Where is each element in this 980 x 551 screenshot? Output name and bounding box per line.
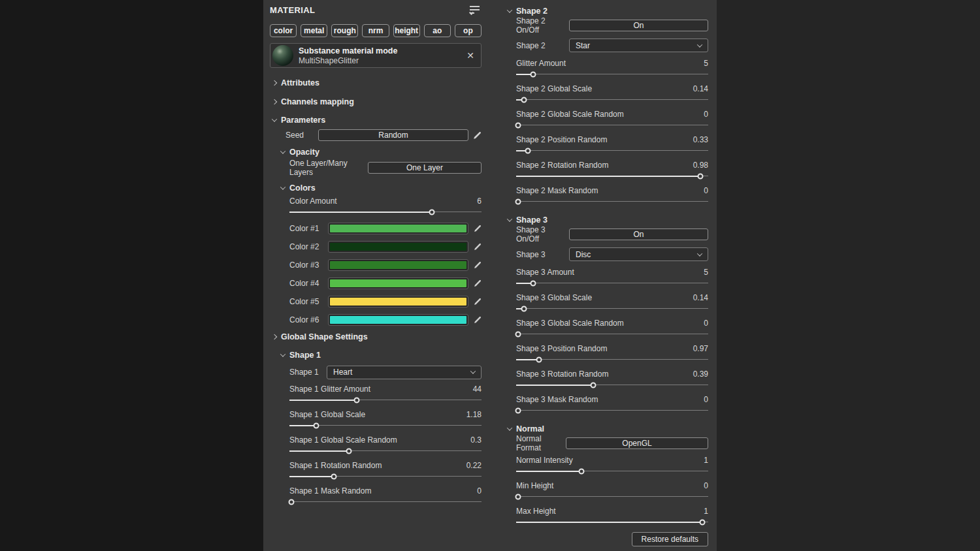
slider-handle[interactable] [515,199,521,205]
slider-handle[interactable] [531,72,536,78]
shape-1-glitter-amount-label: Shape 1 Glitter Amount [289,385,370,395]
section-opacity[interactable]: Opacity [281,148,482,157]
slider-handle[interactable] [515,123,521,129]
slider-track [516,125,708,125]
shape-3-mask-random-slider[interactable] [516,405,708,416]
slider-handle[interactable] [698,174,704,180]
eyedropper-icon[interactable] [474,298,482,306]
eyedropper-icon[interactable] [474,243,482,251]
slider-handle[interactable] [288,499,294,505]
section-colors[interactable]: Colors [281,183,482,193]
slider-handle[interactable] [700,520,706,526]
shape-2-position-random-slider[interactable] [516,146,708,156]
section-attributes[interactable]: Attributes [272,78,482,87]
color-4-swatch[interactable] [328,277,468,289]
channel-button-nrm[interactable]: nrm [362,24,389,37]
slider-handle[interactable] [536,357,542,363]
slider-handle[interactable] [521,97,527,103]
slider-handle[interactable] [314,423,319,429]
section-global-shape-settings[interactable]: Global Shape Settings [272,332,482,341]
slider-handle[interactable] [590,383,596,388]
max-height-slider[interactable] [516,517,708,527]
shape-3-label: Shape 3 [516,250,569,259]
slider-handle[interactable] [578,469,584,475]
section-parameters[interactable]: Parameters [272,116,482,125]
slider-track [516,201,708,202]
eyedropper-icon[interactable] [474,316,482,324]
color-3-swatch[interactable] [328,259,468,271]
slider-handle[interactable] [353,398,359,403]
shape-3-amount-value: 5 [704,268,708,278]
shape-3-dropdown[interactable]: Disc [569,247,708,261]
slider-handle[interactable] [515,494,521,500]
shape-2-global-scale-random-slider[interactable] [516,120,708,131]
restore-defaults-row: Restore defaults [508,532,708,546]
restore-defaults-button[interactable]: Restore defaults [632,532,708,546]
param-header: Color Amount6 [289,197,482,207]
slider-fill [289,212,432,213]
material-name: MultiShapeGlitter [299,56,461,65]
shape-1-glitter-amount-slider[interactable] [289,395,482,405]
normal-intensity-slider[interactable] [516,466,708,477]
slider-handle[interactable] [429,210,434,215]
seed-random-button[interactable]: Random [318,129,468,141]
shape-3-global-scale-random-slider[interactable] [516,329,708,339]
shape-3-global-scale-random-param: Shape 3 Global Scale Random0 [516,319,708,339]
channel-button-metal[interactable]: metal [301,24,327,37]
param-header: Shape 2 Global Scale0.14 [516,84,708,95]
shape-3-position-random-value: 0.97 [693,344,708,354]
min-height-param: Min Height0 [516,481,708,502]
shape-3-amount-slider[interactable] [516,278,708,289]
slider-handle[interactable] [331,474,336,480]
shape-1-global-scale-slider[interactable] [289,420,482,431]
eyedropper-icon[interactable] [474,279,482,287]
shape-2-global-scale-slider[interactable] [516,95,708,105]
eyedropper-icon[interactable] [474,225,482,232]
slider-fill [289,476,334,477]
shape-2-rotation-random-slider[interactable] [516,171,708,181]
slider-handle[interactable] [515,408,521,414]
sort-menu-icon[interactable] [470,5,482,14]
glitter-amount-slider[interactable] [516,69,708,80]
param-header: Shape 3 Rotation Random0.39 [516,370,708,380]
section-normal[interactable]: Normal [508,424,708,433]
one-layer-button[interactable]: One Layer [368,162,482,174]
shape-3-rotation-random-slider[interactable] [516,380,708,390]
shape-3-global-scale-slider[interactable] [516,304,708,314]
material-card[interactable]: Substance material mode MultiShapeGlitte… [270,43,482,68]
section-shape-1[interactable]: Shape 1 [281,351,482,360]
channel-button-color[interactable]: color [270,24,297,37]
slider-handle[interactable] [515,332,521,338]
color-6-swatch[interactable] [328,314,468,326]
shape-3-onoff-button[interactable]: On [569,228,708,240]
shape-2-onoff-button[interactable]: On [569,20,708,31]
slider-fill [516,385,593,386]
normal-format-button[interactable]: OpenGL [566,437,708,449]
eyedropper-icon[interactable] [474,261,482,269]
section-shape-3[interactable]: Shape 3 [508,215,708,225]
shape-2-dropdown[interactable]: Star [569,39,708,52]
slider-handle[interactable] [346,449,352,454]
section-channels-mapping[interactable]: Channels mapping [272,97,482,106]
shape-1-mask-random-slider[interactable] [289,497,482,507]
color-1-swatch[interactable] [328,223,468,234]
section-shape-2[interactable]: Shape 2 [508,7,708,16]
channel-button-ao[interactable]: ao [424,24,451,37]
close-icon[interactable]: ✕ [466,51,474,60]
min-height-slider[interactable] [516,492,708,502]
slider-handle[interactable] [531,281,536,287]
shape-2-mask-random-slider[interactable] [516,197,708,207]
channel-button-height[interactable]: height [393,24,420,37]
shape-1-global-scale-random-slider[interactable] [289,446,482,456]
color-5-swatch[interactable] [328,296,468,307]
shape-1-dropdown[interactable]: Heart [327,366,482,379]
channel-button-rough[interactable]: rough [331,24,358,37]
pencil-icon[interactable] [473,131,482,140]
shape-1-rotation-random-slider[interactable] [289,471,482,482]
channel-button-op[interactable]: op [455,24,482,37]
slider-handle[interactable] [525,148,531,154]
color-amount-slider[interactable] [289,207,482,217]
slider-handle[interactable] [521,306,527,312]
color-2-swatch[interactable] [328,241,468,253]
shape-3-position-random-slider[interactable] [516,354,708,365]
